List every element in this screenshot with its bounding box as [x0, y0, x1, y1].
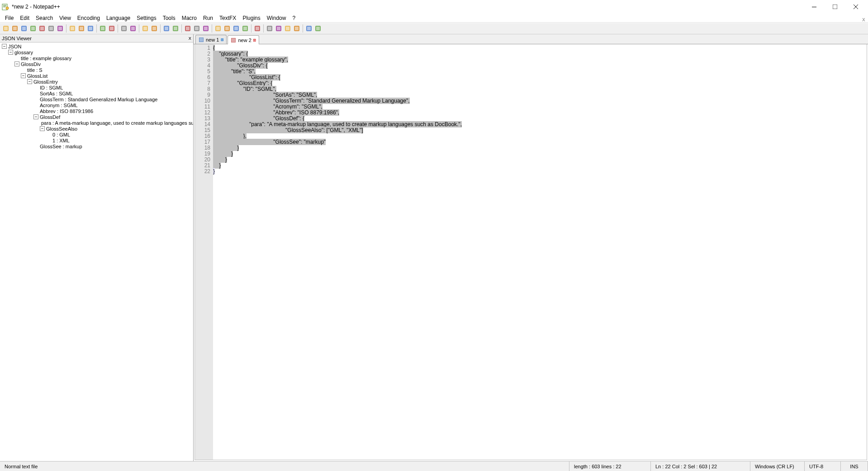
code-line[interactable]: {: [213, 45, 867, 51]
svg-rect-72: [316, 27, 320, 30]
tab-new-1[interactable]: new 1⊠: [195, 35, 227, 44]
wrap-icon[interactable]: [184, 24, 192, 33]
collapse-icon[interactable]: −: [27, 79, 32, 84]
code-line[interactable]: "GlossEntry": {: [213, 80, 867, 86]
menu-encoding[interactable]: Encoding: [74, 14, 103, 22]
tree-node[interactable]: 1 : XML: [0, 137, 193, 143]
menu-search[interactable]: Search: [33, 14, 56, 22]
close-all-icon[interactable]: [47, 24, 55, 33]
undo-icon[interactable]: [99, 24, 107, 33]
zoom-in-icon[interactable]: [141, 24, 149, 33]
tree-node[interactable]: −JSON: [0, 43, 193, 49]
menu-tools[interactable]: Tools: [160, 14, 179, 22]
menu-textfx[interactable]: TextFX: [216, 14, 239, 22]
menu--[interactable]: ?: [289, 14, 299, 22]
tree-node[interactable]: −GlossEntry: [0, 79, 193, 85]
tab-group-close-button[interactable]: x: [862, 16, 865, 23]
code-line[interactable]: "glossary": {: [213, 51, 867, 57]
minimize-button[interactable]: [804, 0, 825, 14]
tab-close-icon[interactable]: ⊠: [253, 38, 256, 42]
close-icon[interactable]: [38, 24, 46, 33]
menu-macro[interactable]: Macro: [179, 14, 200, 22]
code-line[interactable]: "GlossDiv": {: [213, 63, 867, 69]
code-area[interactable]: { "glossary": { "title": "example glossa…: [213, 44, 867, 460]
save-icon[interactable]: [20, 24, 28, 33]
replace-icon[interactable]: [129, 24, 137, 33]
tree-node[interactable]: −GlossList: [0, 73, 193, 79]
open-file-icon[interactable]: [11, 24, 19, 33]
menu-language[interactable]: Language: [103, 14, 133, 22]
svg-rect-14: [22, 27, 26, 30]
lang-icon[interactable]: [214, 24, 222, 33]
play-multi-icon[interactable]: [293, 24, 301, 33]
code-line[interactable]: "title": "S",: [213, 69, 867, 75]
doc-map-icon[interactable]: [241, 24, 249, 33]
stop-icon[interactable]: [275, 24, 283, 33]
spell-icon[interactable]: [305, 24, 313, 33]
indent-guide-icon[interactable]: [202, 24, 210, 33]
collapse-icon[interactable]: −: [8, 50, 13, 55]
collapse-icon[interactable]: −: [40, 126, 45, 131]
collapse-icon[interactable]: −: [21, 73, 26, 78]
save-all-icon[interactable]: [29, 24, 37, 33]
redo-icon[interactable]: [108, 24, 116, 33]
tree-node[interactable]: SortAs : SGML: [0, 90, 193, 96]
maximize-button[interactable]: [825, 0, 845, 14]
tree-node[interactable]: title : example glossary: [0, 55, 193, 61]
copy-icon[interactable]: [77, 24, 85, 33]
code-line[interactable]: }: [213, 157, 867, 163]
tree-node[interactable]: GlossTerm : Standard Generalized Markup …: [0, 96, 193, 102]
new-file-icon[interactable]: [2, 24, 10, 33]
close-button[interactable]: [845, 0, 866, 14]
tree-node[interactable]: para : A meta-markup language, used to c…: [0, 120, 193, 126]
code-line[interactable]: "GlossSee": "markup": [213, 139, 867, 145]
tree-node[interactable]: −GlossDef: [0, 114, 193, 120]
tree-node[interactable]: GlossSee : markup: [0, 143, 193, 149]
sync-h-icon[interactable]: [171, 24, 180, 33]
paste-icon[interactable]: [86, 24, 95, 33]
tree-node[interactable]: −GlossSeeAlso: [0, 126, 193, 132]
tab-close-icon[interactable]: ⊠: [221, 37, 223, 42]
print-icon[interactable]: [56, 24, 64, 33]
code-line[interactable]: "title": "example glossary",: [213, 57, 867, 63]
menu-plugins[interactable]: Plugins: [239, 14, 263, 22]
tree-node[interactable]: Acronym : SGML: [0, 102, 193, 108]
func-list-icon[interactable]: [223, 24, 231, 33]
collapse-icon[interactable]: −: [14, 61, 19, 66]
menu-file[interactable]: File: [2, 14, 17, 22]
collapse-icon[interactable]: −: [33, 114, 38, 119]
sync-v-icon[interactable]: [162, 24, 171, 33]
code-line[interactable]: }: [213, 169, 867, 174]
json-tree[interactable]: −JSON−glossarytitle : example glossary−G…: [0, 42, 193, 461]
tree-node[interactable]: title : S: [0, 67, 193, 73]
code-line[interactable]: }: [213, 151, 867, 157]
tree-node[interactable]: −GlossDiv: [0, 61, 193, 67]
menu-window[interactable]: Window: [264, 14, 289, 22]
tab-new-2[interactable]: new 2⊠: [228, 35, 259, 44]
monitor-icon[interactable]: [253, 24, 261, 33]
code-line[interactable]: "Abbrev": "ISO 8879:1986",: [213, 110, 867, 116]
code-line[interactable]: "GlossSeeAlso": ["GML", "XML"]: [213, 127, 867, 133]
code-line[interactable]: "GlossList": {: [213, 75, 867, 80]
code-line[interactable]: }: [213, 145, 867, 151]
menu-view[interactable]: View: [56, 14, 74, 22]
tree-node[interactable]: −glossary: [0, 49, 193, 55]
cut-icon[interactable]: [68, 24, 76, 33]
tree-node[interactable]: 0 : GML: [0, 132, 193, 137]
menu-run[interactable]: Run: [200, 14, 216, 22]
collapse-icon[interactable]: −: [2, 44, 7, 49]
tree-node[interactable]: Abbrev : ISO 8879:1986: [0, 108, 193, 114]
text-editor[interactable]: 12345678910111213141516171819202122 { "g…: [194, 44, 867, 460]
menu-edit[interactable]: Edit: [17, 14, 33, 22]
menu-settings[interactable]: Settings: [133, 14, 159, 22]
tree-node[interactable]: ID : SGML: [0, 85, 193, 90]
code-line[interactable]: }: [213, 163, 867, 169]
json-viewer-close-button[interactable]: x: [188, 35, 191, 41]
zoom-out-icon[interactable]: [150, 24, 158, 33]
about-icon[interactable]: [314, 24, 322, 33]
find-icon[interactable]: [120, 24, 128, 33]
play-icon[interactable]: [284, 24, 292, 33]
record-icon[interactable]: [266, 24, 274, 33]
folder-icon[interactable]: [232, 24, 240, 33]
all-chars-icon[interactable]: [193, 24, 201, 33]
